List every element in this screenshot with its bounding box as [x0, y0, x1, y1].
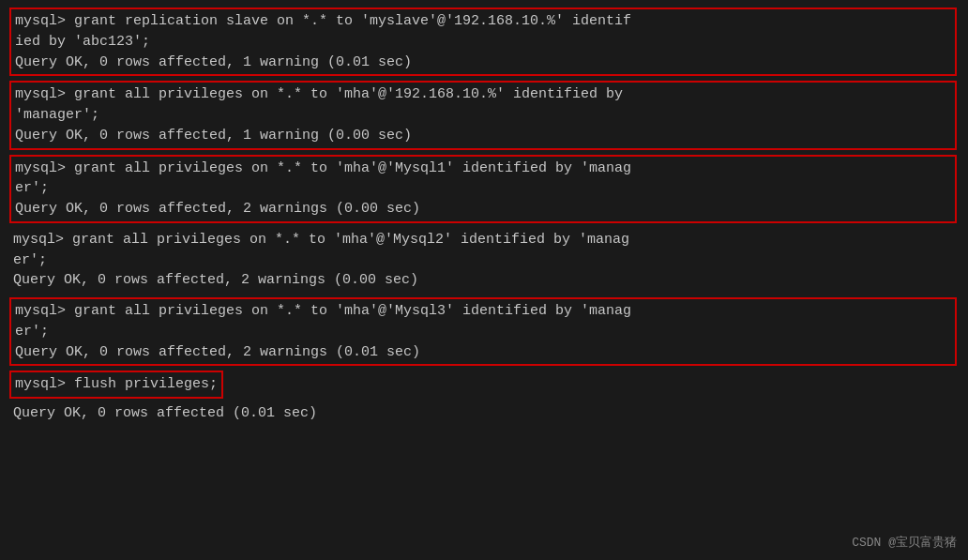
result-line-2: Query OK, 0 rows affected, 1 warning (0.…	[15, 126, 951, 146]
result-line-5: Query OK, 0 rows affected, 2 warnings (0…	[15, 342, 951, 363]
command-block-4: mysql> grant all privileges on *.* to 'm…	[9, 228, 957, 293]
result-line-3: Query OK, 0 rows affected, 2 warnings (0…	[15, 199, 951, 219]
command-line-2-1: mysql> grant all privileges on *.* to 'm…	[15, 84, 951, 105]
command-line-3-1: mysql> grant all privileges on *.* to 'm…	[15, 159, 951, 179]
command-block-3: mysql> grant all privileges on *.* to 'm…	[9, 155, 957, 223]
result-line-1: Query OK, 0 rows affected, 1 warning (0.…	[15, 53, 951, 73]
command-block-2: mysql> grant all privileges on *.* to 'm…	[9, 81, 957, 149]
command-line-3-2: er';	[15, 178, 951, 199]
command-block-5: mysql> grant all privileges on *.* to 'm…	[9, 297, 957, 366]
result-line-4: Query OK, 0 rows affected, 2 warnings (0…	[13, 270, 953, 291]
watermark: CSDN @宝贝富贵猪	[852, 534, 957, 551]
command-block-1: mysql> grant replication slave on *.* to…	[9, 8, 957, 76]
command-block-7: Query OK, 0 rows affected (0.01 sec)	[9, 401, 957, 426]
command-line-6-1: mysql> flush privileges;	[15, 374, 218, 395]
command-line-2-2: 'manager';	[15, 105, 951, 126]
command-block-6: mysql> flush privileges;	[9, 371, 223, 399]
command-line-4-1: mysql> grant all privileges on *.* to 'm…	[13, 230, 953, 250]
result-line-6: Query OK, 0 rows affected (0.01 sec)	[13, 403, 953, 424]
terminal: mysql> grant replication slave on *.* to…	[0, 0, 968, 560]
command-line-1-2: ied by 'abc123';	[15, 32, 951, 53]
command-line-4-2: er';	[13, 250, 953, 271]
command-line-5-1: mysql> grant all privileges on *.* to 'm…	[15, 301, 951, 322]
command-line-5-2: er';	[15, 322, 951, 342]
command-line-1-1: mysql> grant replication slave on *.* to…	[15, 11, 951, 32]
